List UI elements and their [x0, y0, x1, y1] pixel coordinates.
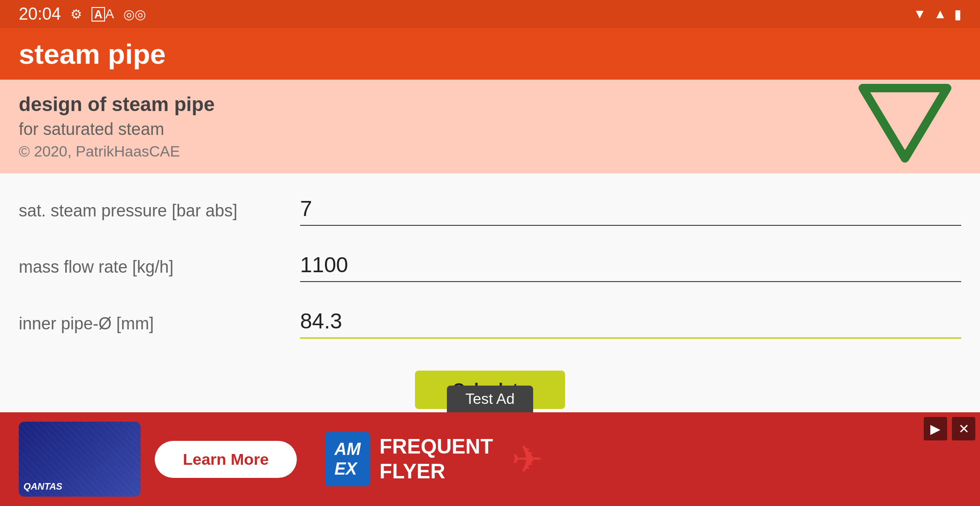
ad-close-button[interactable]: ✕: [952, 417, 975, 440]
massflow-underline: [300, 281, 961, 282]
a-icon: A: [91, 7, 114, 22]
status-bar: 20:04 A ◎: [0, 0, 980, 28]
header-logo: [858, 79, 952, 174]
status-time: 20:04: [19, 4, 61, 24]
pressure-underline: [300, 225, 961, 226]
diameter-underline: [300, 337, 961, 339]
massflow-value-container[interactable]: 1100: [291, 252, 961, 282]
app-bar: steam pipe: [0, 28, 980, 80]
pressure-label: sat. steam pressure [bar abs]: [19, 201, 291, 221]
app-title: steam pipe: [19, 38, 166, 70]
status-bar-left: 20:04 A ◎: [19, 4, 146, 24]
frequent-flyer-line1: FREQUENT: [379, 434, 493, 459]
qantas-logo: ✈: [512, 438, 543, 481]
header-subtitle: for saturated steam: [19, 119, 961, 139]
amex-badge: AM EX: [325, 432, 370, 486]
battery-icon: [954, 7, 961, 22]
frequent-flyer-text: FREQUENT FLYER: [379, 434, 493, 484]
ad-overlay: Test Ad QANTAS Learn More AM EX FREQUENT…: [0, 386, 980, 506]
gear-icon: [70, 7, 82, 22]
svg-marker-0: [863, 88, 947, 158]
pressure-value[interactable]: 7: [300, 196, 961, 225]
ad-play-button[interactable]: ▶: [924, 417, 947, 440]
ad-card-logo: QANTAS: [23, 481, 62, 492]
header-info: design of steam pipe for saturated steam…: [0, 80, 980, 173]
header-copyright: © 2020, PatrikHaasCAE: [19, 143, 961, 160]
pressure-field-row: sat. steam pressure [bar abs] 7: [19, 183, 961, 239]
diameter-value-container[interactable]: 84.3: [291, 308, 961, 339]
frequent-flyer-line2: FLYER: [379, 459, 493, 484]
diameter-label: inner pipe-Ø [mm]: [19, 314, 291, 334]
massflow-value[interactable]: 1100: [300, 252, 961, 281]
massflow-label: mass flow rate [kg/h]: [19, 257, 291, 277]
signal-icon: [934, 7, 947, 22]
amex-line1: AM: [334, 439, 361, 459]
test-ad-badge: Test Ad: [447, 386, 534, 412]
ad-banner[interactable]: QANTAS Learn More AM EX FREQUENT FLYER ✈…: [0, 412, 980, 506]
diameter-field-row: inner pipe-Ø [mm] 84.3: [19, 295, 961, 352]
ad-brand-section: AM EX FREQUENT FLYER ✈: [325, 432, 961, 486]
learn-more-button[interactable]: Learn More: [155, 441, 297, 478]
ad-controls: ▶ ✕: [924, 417, 975, 440]
diameter-value[interactable]: 84.3: [300, 308, 961, 337]
massflow-field-row: mass flow rate [kg/h] 1100: [19, 239, 961, 295]
circle-icon: ◎: [123, 7, 146, 22]
amex-line2: EX: [334, 459, 361, 479]
ad-card-image: QANTAS: [19, 422, 141, 497]
wifi-icon: [913, 7, 927, 22]
pressure-value-container[interactable]: 7: [291, 196, 961, 226]
status-bar-right: [913, 7, 961, 22]
header-title: design of steam pipe: [19, 93, 961, 116]
test-ad-label-container: Test Ad: [0, 386, 980, 412]
